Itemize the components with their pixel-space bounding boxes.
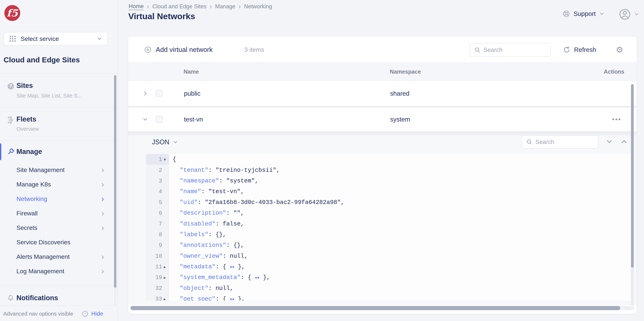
row-namespace: shared bbox=[390, 90, 410, 97]
search-icon bbox=[474, 47, 481, 53]
json-code[interactable]: 1▾{2 "tenant": "treino-tyjcbsii",3 "name… bbox=[146, 154, 632, 300]
json-search[interactable] bbox=[522, 135, 598, 149]
line-number: 6 bbox=[159, 210, 162, 216]
code-line[interactable]: 11▸ "metadata": { ↔ }, bbox=[146, 261, 632, 272]
line-number: 10 bbox=[156, 253, 162, 259]
code-line[interactable]: 33▸ "get_spec": { ↔ }, bbox=[146, 294, 632, 300]
line-number: 8 bbox=[159, 231, 162, 238]
code-line[interactable]: 19▸ "system_metadata": { ↔ }, bbox=[146, 272, 632, 283]
breadcrumb-item-manage[interactable]: Manage bbox=[215, 3, 236, 10]
chevron-down-icon[interactable] bbox=[142, 116, 149, 123]
code-line[interactable]: 32 "object": null, bbox=[146, 283, 632, 294]
sidebar-item-sites[interactable]: Sites Site Map, Site List, Site S... bbox=[0, 74, 118, 107]
sidebar-item-networking[interactable]: Networking› bbox=[0, 191, 118, 206]
refresh-label: Refresh bbox=[574, 46, 596, 53]
code-text: "metadata": { ↔ }, bbox=[169, 261, 245, 272]
sidebar-item-site-management[interactable]: Site Management› bbox=[0, 163, 118, 177]
breadcrumb-item-home[interactable]: Home bbox=[129, 3, 144, 10]
row-checkbox[interactable] bbox=[156, 90, 163, 97]
code-line[interactable]: 2 "tenant": "treino-tyjcbsii", bbox=[146, 165, 632, 175]
json-search-input[interactable] bbox=[536, 139, 594, 145]
avatar-icon bbox=[619, 8, 631, 21]
fold-caret-icon[interactable]: ▸ bbox=[162, 296, 168, 300]
row-actions-button[interactable] bbox=[612, 118, 620, 120]
add-button-label: Add virtual network bbox=[156, 46, 213, 54]
refresh-button[interactable]: Refresh bbox=[563, 37, 596, 63]
help-circle-icon[interactable]: ? bbox=[82, 310, 88, 317]
add-virtual-network-button[interactable]: Add virtual network bbox=[144, 37, 213, 63]
sidebar-item-firewall[interactable]: Firewall› bbox=[0, 206, 118, 220]
code-line[interactable]: 1▾{ bbox=[146, 154, 632, 165]
table-search[interactable] bbox=[470, 43, 551, 57]
column-header-namespace[interactable]: Namespace bbox=[390, 63, 421, 81]
sidebar-heading: Cloud and Edge Sites bbox=[4, 56, 80, 64]
code-text: "name": "test-vn", bbox=[169, 186, 244, 197]
table-search-input[interactable] bbox=[484, 47, 546, 53]
sidebar-item-secrets[interactable]: Secrets› bbox=[0, 220, 118, 235]
code-line[interactable]: 9 "annotations": {}, bbox=[146, 240, 632, 251]
sidebar-item-alerts-management[interactable]: Alerts Management› bbox=[0, 249, 118, 264]
code-text: "object": null, bbox=[169, 283, 234, 294]
column-header-name[interactable]: Name bbox=[184, 63, 199, 81]
f5-logo-text: f5 bbox=[7, 7, 18, 19]
line-number: 11 bbox=[156, 264, 162, 270]
expand-all-icon[interactable] bbox=[620, 138, 628, 146]
virtual-networks-card: Add virtual network 3 items Refresh ⚙ bbox=[128, 37, 636, 314]
format-label: JSON bbox=[152, 138, 169, 146]
refresh-icon bbox=[563, 46, 570, 54]
fold-caret-icon[interactable]: ▸ bbox=[162, 275, 168, 280]
line-number: 5 bbox=[159, 199, 162, 206]
sidebar-item-log-management[interactable]: Log Management› bbox=[0, 264, 118, 278]
line-number: 4 bbox=[159, 188, 162, 195]
fold-caret-icon[interactable]: ▾ bbox=[162, 157, 168, 162]
horizontal-scrollbar[interactable] bbox=[130, 306, 620, 310]
chevron-right-icon: › bbox=[101, 267, 104, 275]
sidebar-item-fleets[interactable]: Fleets Overview bbox=[0, 107, 118, 141]
code-line[interactable]: 10 "owner_view": null, bbox=[146, 251, 632, 261]
sidebar-item-service-discoveries[interactable]: Service Discoveries bbox=[0, 235, 118, 249]
sidebar-footer: Advanced nav options visible ? Hide bbox=[0, 306, 118, 321]
sidebar-item-subtitle: Overview bbox=[16, 126, 39, 132]
sidebar-item-label: Notifications bbox=[16, 294, 58, 302]
hide-link[interactable]: Hide bbox=[91, 310, 103, 317]
sidebar-item-label: Site Management bbox=[16, 166, 65, 173]
collapse-all-icon[interactable] bbox=[605, 138, 613, 146]
code-line[interactable]: 3 "namespace": "system", bbox=[146, 176, 632, 186]
chevron-right-icon[interactable] bbox=[142, 90, 149, 97]
line-gutter: 19▸ bbox=[146, 272, 169, 283]
breadcrumb-separator: › bbox=[147, 4, 149, 9]
chevron-right-icon: › bbox=[101, 166, 104, 173]
sidebar-item-label: Sites bbox=[16, 82, 33, 90]
vertical-scrollbar[interactable] bbox=[631, 84, 634, 268]
service-selector[interactable]: Select service bbox=[4, 32, 108, 45]
sidebar-item-label: Service Discoveries bbox=[16, 239, 70, 246]
format-selector[interactable]: JSON bbox=[152, 138, 178, 146]
code-line[interactable]: 4 "name": "test-vn", bbox=[146, 186, 632, 197]
user-menu[interactable] bbox=[619, 8, 639, 21]
line-gutter: 5 bbox=[146, 197, 169, 208]
sidebar-item-notifications[interactable]: Notifications bbox=[0, 286, 118, 306]
breadcrumb-item-networking[interactable]: Networking bbox=[244, 3, 272, 10]
table-row-test-vn[interactable]: test-vnsystem bbox=[128, 107, 636, 131]
code-line[interactable]: 5 "uid": "2faa16b8-3d0c-4033-bac2-99fa64… bbox=[146, 197, 632, 208]
code-line[interactable]: 7 "disabled": false, bbox=[146, 218, 632, 229]
support-menu[interactable]: Support bbox=[562, 9, 605, 19]
fold-caret-icon[interactable]: ▸ bbox=[162, 264, 168, 269]
sidebar-scrollbar[interactable] bbox=[114, 75, 116, 288]
row-checkbox[interactable] bbox=[156, 116, 163, 123]
lifebuoy-icon bbox=[562, 10, 570, 18]
breadcrumb-item-cloud-and-edge-sites[interactable]: Cloud and Edge Sites bbox=[152, 3, 206, 10]
sidebar-item-manage-k8s[interactable]: Manage K8s› bbox=[0, 177, 118, 191]
table-row-public[interactable]: publicshared bbox=[128, 81, 636, 106]
f5-logo: f5 bbox=[4, 5, 20, 21]
page: { "brand": { "logo_text": "f5" }, "sideb… bbox=[0, 0, 644, 321]
column-header-actions: Actions bbox=[604, 63, 624, 81]
code-line[interactable]: 8 "labels": {}, bbox=[146, 229, 632, 240]
code-line[interactable]: 6 "description": "", bbox=[146, 208, 632, 218]
row-namespace: system bbox=[390, 116, 410, 123]
code-text: "namespace": "system", bbox=[169, 176, 258, 186]
line-number: 9 bbox=[159, 242, 162, 248]
chevron-right-icon: › bbox=[101, 253, 104, 260]
sidebar-item-manage[interactable]: Manage bbox=[0, 141, 118, 163]
settings-button[interactable]: ⚙ bbox=[616, 37, 623, 63]
